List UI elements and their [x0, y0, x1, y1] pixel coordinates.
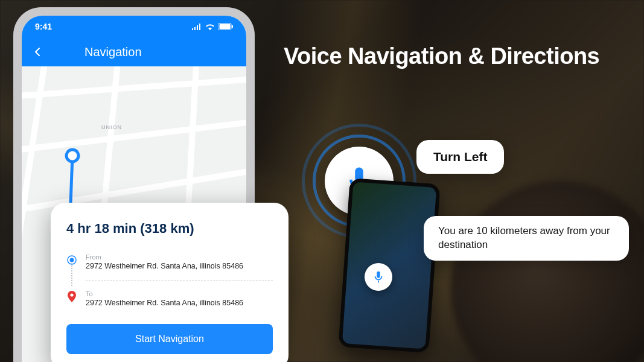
- voice-bubble-distance: You are 10 kilometers away from your des…: [424, 216, 629, 261]
- hero-title: Voice Navigation & Directions: [284, 43, 632, 69]
- status-time: 9:41: [35, 22, 52, 31]
- wifi-icon: [205, 24, 215, 30]
- svg-point-3: [66, 150, 78, 162]
- to-address: 2972 Westheimer Rd. Santa Ana, illinois …: [86, 299, 243, 307]
- held-phone: [338, 178, 440, 353]
- route-connector-line: [71, 263, 72, 286]
- from-address: 2972 Westheimer Rd. Santa Ana, illinois …: [86, 262, 243, 270]
- status-icons: [192, 23, 233, 30]
- from-label: From: [86, 253, 243, 261]
- map-neighborhood-label: UNION: [101, 124, 122, 130]
- small-mic-badge: [365, 263, 392, 291]
- to-row: To 2972 Westheimer Rd. Santa Ana, illino…: [66, 287, 273, 311]
- status-bar: 9:41: [22, 16, 246, 37]
- microphone-icon: [372, 270, 385, 284]
- destination-pin-icon: [66, 291, 77, 302]
- to-label: To: [86, 290, 243, 297]
- start-navigation-button[interactable]: Start Navigation: [66, 324, 273, 354]
- svg-point-5: [70, 258, 74, 262]
- svg-rect-2: [232, 25, 233, 28]
- eta-text: 4 hr 18 min (318 km): [66, 221, 273, 237]
- header-title: Navigation: [84, 45, 142, 59]
- route-info-card: 4 hr 18 min (318 km) From 2972 Westheime…: [51, 203, 289, 362]
- voice-bubble-turn: Turn Left: [416, 140, 504, 174]
- back-icon[interactable]: [34, 45, 42, 59]
- divider: [86, 280, 273, 281]
- signal-icon: [192, 24, 202, 30]
- svg-rect-1: [220, 24, 231, 30]
- battery-icon: [218, 23, 233, 30]
- from-row: From 2972 Westheimer Rd. Santa Ana, illi…: [66, 250, 273, 274]
- nav-header: Navigation: [22, 37, 246, 66]
- svg-point-6: [70, 293, 73, 296]
